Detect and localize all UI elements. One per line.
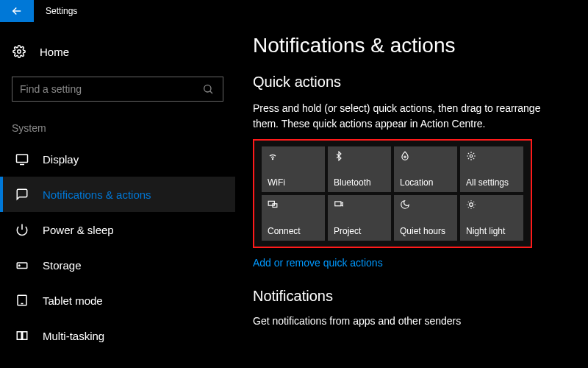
- sidebar-item-label: Notifications & actions: [43, 188, 151, 201]
- quick-actions-description: Press and hold (or select) quick actions…: [253, 101, 562, 132]
- svg-point-0: [18, 50, 21, 54]
- sidebar-section-label: System: [0, 115, 235, 141]
- svg-point-14: [470, 203, 473, 207]
- svg-point-8: [272, 159, 273, 160]
- quick-actions-highlight: WiFi Bluetooth Location All settings Con…: [253, 139, 532, 248]
- project-icon: [334, 199, 385, 211]
- connect-icon: [268, 199, 319, 211]
- svg-point-1: [204, 85, 211, 92]
- qa-tile-label: Location: [400, 177, 451, 188]
- sidebar-item-label: Tablet mode: [43, 294, 103, 307]
- qa-tile-label: Night light: [466, 226, 517, 236]
- sidebar-item-storage[interactable]: Storage: [0, 247, 235, 283]
- svg-rect-6: [17, 332, 21, 340]
- qa-tile-all-settings[interactable]: All settings: [460, 146, 523, 192]
- qa-tile-label: Project: [334, 226, 385, 236]
- notifications-icon: [15, 187, 29, 202]
- search-input[interactable]: [20, 83, 201, 95]
- svg-rect-13: [335, 202, 341, 206]
- qa-tile-quiet-hours[interactable]: Quiet hours: [394, 195, 457, 241]
- search-box[interactable]: [12, 77, 223, 102]
- arrow-left-icon: [10, 4, 24, 18]
- notifications-heading: Notifications: [253, 288, 573, 305]
- page-title: Notifications & actions: [253, 34, 573, 57]
- qa-tile-bluetooth[interactable]: Bluetooth: [328, 146, 391, 192]
- multitasking-icon: [15, 328, 29, 343]
- qa-tile-night-light[interactable]: Night light: [460, 195, 523, 241]
- bluetooth-icon: [334, 151, 385, 163]
- notifications-description: Get notifications from apps and other se…: [253, 315, 573, 327]
- back-button[interactable]: [0, 0, 34, 22]
- wifi-icon: [268, 151, 319, 163]
- sidebar-item-multitasking[interactable]: Multi-tasking: [0, 318, 235, 353]
- svg-rect-2: [17, 155, 28, 163]
- sidebar-item-label: Power & sleep: [43, 224, 114, 236]
- sidebar-item-display[interactable]: Display: [0, 141, 235, 177]
- sidebar-item-label: Storage: [43, 259, 82, 272]
- titlebar: Settings: [0, 0, 588, 22]
- qa-tile-project[interactable]: Project: [328, 195, 391, 241]
- sidebar-item-tablet[interactable]: Tablet mode: [0, 283, 235, 318]
- sidebar-item-label: Display: [43, 153, 79, 166]
- qa-tile-label: Bluetooth: [334, 177, 385, 188]
- qa-tile-label: Quiet hours: [400, 226, 451, 236]
- qa-tile-wifi[interactable]: WiFi: [262, 146, 325, 192]
- display-icon: [15, 152, 29, 166]
- svg-point-10: [470, 155, 473, 158]
- sidebar-home[interactable]: Home: [0, 37, 235, 66]
- gear-icon: [12, 44, 26, 59]
- qa-tile-location[interactable]: Location: [394, 146, 457, 192]
- svg-point-4: [19, 265, 21, 266]
- search-icon: [201, 82, 215, 96]
- add-remove-quick-actions-link[interactable]: Add or remove quick actions: [253, 257, 573, 269]
- location-icon: [400, 151, 451, 163]
- tablet-icon: [15, 293, 29, 308]
- sidebar-item-power[interactable]: Power & sleep: [0, 212, 235, 247]
- quick-actions-grid: WiFi Bluetooth Location All settings Con…: [262, 146, 523, 241]
- sun-icon: [466, 199, 517, 211]
- sidebar: Home System Display Notifications & acti…: [0, 22, 235, 368]
- qa-tile-connect[interactable]: Connect: [262, 195, 325, 241]
- sidebar-home-label: Home: [40, 46, 69, 58]
- qa-tile-label: All settings: [466, 177, 517, 188]
- storage-icon: [15, 258, 29, 272]
- svg-rect-7: [23, 332, 27, 340]
- sidebar-item-notifications[interactable]: Notifications & actions: [0, 177, 235, 212]
- quick-actions-heading: Quick actions: [253, 74, 573, 91]
- gear-icon: [466, 151, 517, 163]
- window-title: Settings: [46, 6, 77, 16]
- qa-tile-label: Connect: [268, 226, 319, 236]
- main-content: Notifications & actions Quick actions Pr…: [235, 22, 588, 368]
- svg-point-9: [404, 156, 406, 158]
- power-icon: [15, 222, 29, 237]
- moon-icon: [400, 199, 451, 211]
- sidebar-item-label: Multi-tasking: [43, 330, 104, 342]
- qa-tile-label: WiFi: [268, 177, 319, 188]
